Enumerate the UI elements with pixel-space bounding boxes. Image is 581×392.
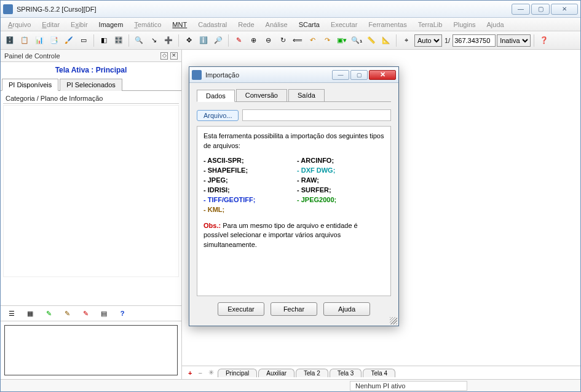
scale-input[interactable] [453,34,496,47]
auto-select[interactable]: Auto [414,34,442,47]
toolbar: 🗄️ 📋 📊 📑 🖌️ ▭ ◧ 🎛️ 🔍 ↘ ➕ ✥ ℹ️ 🔎 ✎ ⊕ ⊖ ↻ … [1,31,580,50]
edit-green-icon[interactable]: ✎ [44,308,53,318]
measure-icon[interactable]: 📐 [379,34,393,47]
db-icon[interactable]: 🗄️ [3,34,17,47]
tree-area[interactable]: Categoria / Plano de Informação [1,91,181,305]
zoomminus-icon[interactable]: ⊖ [261,34,275,47]
menu-ferramentas[interactable]: Ferramentas [365,20,410,29]
fit-icon[interactable]: ▣▾ [335,34,349,47]
tab-pi-disponiveis[interactable]: PI Disponíveis [2,79,58,91]
dialog-minimize-button[interactable]: — [332,70,349,80]
ruler-icon[interactable]: 📏 [365,34,378,47]
panel-float-icon[interactable]: ◇ [160,52,168,60]
zoomplus-icon[interactable]: ⊕ [247,34,260,47]
add-screen-icon[interactable]: + [186,369,194,377]
menu-editar[interactable]: Editar [38,20,63,29]
zoom-icon[interactable]: 🔍 [132,34,146,47]
fmt-dxf: - DXF DWG; [297,166,384,176]
zoomout-icon[interactable]: ↘ [147,34,160,47]
dialog-tab-dados[interactable]: Dados [197,90,235,102]
move-icon[interactable]: ✥ [182,34,196,47]
minimize-button[interactable]: — [512,4,530,15]
control-panel: Painel de Controle ◇ ✕ Tela Ativa : Prin… [1,50,182,379]
menu-scarta[interactable]: SCarta [295,20,323,29]
fechar-button[interactable]: Fechar [271,302,317,316]
table-icon[interactable]: ▦ [25,308,35,318]
refresh-icon[interactable]: ↻ [276,34,290,47]
screen-tab-tela2[interactable]: Tela 2 [296,369,328,377]
pencil-icon[interactable]: ✎ [232,34,245,47]
screen-tab-tela3[interactable]: Tela 3 [330,369,362,377]
menu-tematico[interactable]: Temático [130,20,165,29]
panel-close-icon[interactable]: ✕ [170,52,178,60]
arquivo-input[interactable] [242,109,391,121]
fmt-tiff: - TIFF/GEOTIFF; [204,195,291,205]
fmt-shapefile: - SHAPEFILE; [204,167,248,174]
main-window: SPRING-5.2.2 [Curso][DF] — ▢ ✕ AArquivor… [0,0,581,392]
tab-pi-selecionados[interactable]: PI Selecionados [60,79,122,91]
grid-icon[interactable]: ▤ [99,308,109,318]
panel-title: Painel de Controle [4,52,60,60]
query-icon[interactable]: 🔎 [211,34,225,47]
screen-tab-tela4[interactable]: Tela 4 [363,369,395,377]
help-icon[interactable]: ❓ [537,34,551,47]
fmt-arcinfo: - ARCINFO; [297,157,334,164]
menu-rede[interactable]: Rede [234,20,258,29]
scale-frac: 1/ [443,37,451,44]
list-icon[interactable]: ☰ [7,308,17,318]
project-icon[interactable]: 📋 [18,34,31,47]
dialog-title: Importação [205,71,331,79]
maximize-button[interactable]: ▢ [531,4,550,15]
dialog-close-button[interactable]: ✕ [369,70,396,80]
info-desc: Esta ferramenta possibilita a importação… [204,131,384,151]
pan-icon[interactable]: ➕ [162,34,175,47]
preview-box [4,325,178,375]
menu-executar[interactable]: Executar [327,20,361,29]
model-icon[interactable]: 📊 [33,34,46,47]
ajuda-button[interactable]: Ajuda [323,302,370,316]
close-button[interactable]: ✕ [551,4,578,15]
menu-mnt[interactable]: MNT [168,20,191,29]
menu-analise[interactable]: Análise [262,20,291,29]
zoom1-icon[interactable]: 🔍₁ [350,34,363,47]
resize-grip-icon[interactable] [390,317,397,324]
fmt-kml: - KML; [204,205,291,215]
dialog-tab-conversao[interactable]: Conversão [236,89,287,101]
status-text: Nenhum PI ativo [350,381,467,391]
panel-toolbar: ☰ ▦ ✎ ✎ ✎ ▤ ? [1,305,181,321]
layers-icon[interactable]: 📑 [47,34,61,47]
screen-tab-principal[interactable]: Principal [218,369,257,377]
panel-icon[interactable]: ◧ [97,34,111,47]
screen-tab-auxiliar[interactable]: Auxiliar [258,369,294,377]
help2-icon[interactable]: ? [117,308,127,318]
coords-icon[interactable]: ⌖ [400,34,413,47]
back-icon[interactable]: ⟸ [291,34,304,47]
menu-terralib[interactable]: TerraLib [414,20,446,29]
app-icon [3,4,13,14]
edit-red-icon[interactable]: ✎ [81,308,90,318]
window-title: SPRING-5.2.2 [Curso][DF] [17,6,512,13]
executar-button[interactable]: Executar [218,302,264,316]
statusbar: Nenhum PI ativo [1,379,580,391]
fmt-raw: - RAW; [297,176,319,184]
dialog-tab-saida[interactable]: Saída [288,89,325,101]
edit-brown-icon[interactable]: ✎ [62,308,72,318]
fmt-surfer: - SURFER; [297,186,331,194]
brush-icon[interactable]: 🖌️ [62,34,76,47]
dialog-maximize-button[interactable]: ▢ [350,70,368,80]
menu-cadastral[interactable]: Cadastral [194,20,231,29]
info-icon[interactable]: ℹ️ [197,34,210,47]
menu-exibir[interactable]: Exibir [67,20,92,29]
menu-imagem[interactable]: Imagem [95,20,127,29]
arquivo-button[interactable]: Arquivo... [197,110,239,121]
remove-screen-icon[interactable]: − [196,369,204,377]
star-screen-icon[interactable]: ✳ [206,369,216,377]
inativa-select[interactable]: Inativa [497,34,531,47]
control-icon[interactable]: 🎛️ [112,34,125,47]
menu-plugins[interactable]: Plugins [449,20,479,29]
redo-icon[interactable]: ↷ [320,34,334,47]
menu-ajuda[interactable]: Ajuda [483,20,508,29]
window-icon[interactable]: ▭ [77,34,90,47]
menu-arquivo[interactable]: AArquivorquivo [4,20,34,29]
undo-icon[interactable]: ↶ [306,34,319,47]
